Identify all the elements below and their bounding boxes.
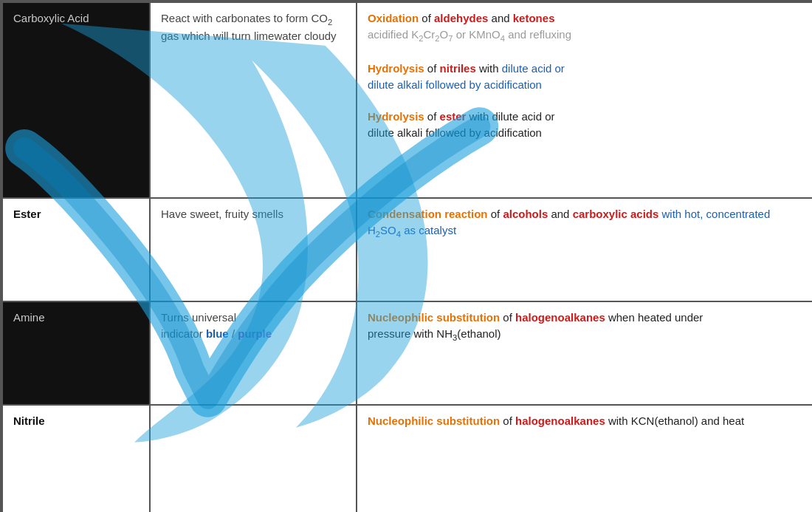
content-table: Carboxylic AcidReact with carbonates to … bbox=[1, 1, 812, 512]
nitrile-properties-cell bbox=[150, 405, 357, 512]
ester-properties-cell: Have sweet, fruity smells bbox=[150, 198, 357, 301]
nitrile-name: Nitrile bbox=[13, 414, 45, 427]
nitrile-prep-block-0: Nucleophilic substitution of halogenoalk… bbox=[368, 414, 744, 427]
carboxylic-properties-cell: React with carbonates to form CO2 gas wh… bbox=[150, 2, 357, 198]
amine-properties-cell: Turns universalindicator blue / purple bbox=[150, 301, 357, 405]
carboxylic-preparation-cell: Oxidation of aldehydes and ketonesacidif… bbox=[357, 2, 812, 198]
row-amine: AmineTurns universalindicator blue / pur… bbox=[2, 301, 812, 405]
amine-name: Amine bbox=[13, 311, 45, 324]
amine-preparation-cell: Nucleophilic substitution of halogenoalk… bbox=[357, 301, 812, 405]
ester-prep-block-0: Condensation reaction of alcohols and ca… bbox=[368, 208, 770, 236]
row-ester: EsterHave sweet, fruity smellsCondensati… bbox=[2, 198, 812, 301]
nitrile-preparation-cell: Nucleophilic substitution of halogenoalk… bbox=[357, 405, 812, 512]
row-carboxylic: Carboxylic AcidReact with carbonates to … bbox=[2, 2, 812, 198]
carboxylic-name-cell: Carboxylic Acid bbox=[2, 2, 150, 198]
ester-name: Ester bbox=[13, 208, 41, 220]
nitrile-name-cell: Nitrile bbox=[2, 405, 150, 512]
row-nitrile: NitrileNucleophilic substitution of halo… bbox=[2, 405, 812, 512]
ester-preparation-cell: Condensation reaction of alcohols and ca… bbox=[357, 198, 812, 301]
amine-name-cell: Amine bbox=[2, 301, 150, 405]
carboxylic-name: Carboxylic Acid bbox=[13, 12, 89, 24]
main-table-container: Carboxylic AcidReact with carbonates to … bbox=[0, 0, 812, 512]
ester-name-cell: Ester bbox=[2, 198, 150, 301]
